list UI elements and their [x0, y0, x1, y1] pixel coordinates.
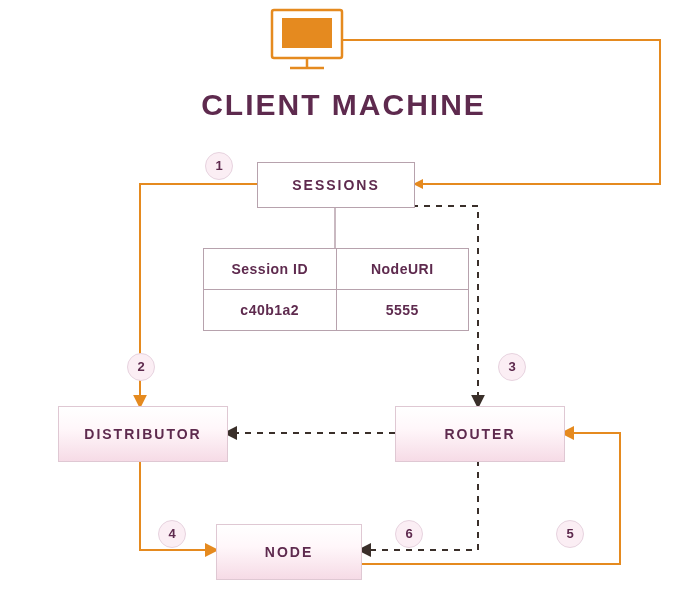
- node-box: NODE: [216, 524, 362, 580]
- step-badge-1: 1: [205, 152, 233, 180]
- client-machine-icon: [272, 10, 342, 68]
- step-badge-3: 3: [498, 353, 526, 381]
- cell-session-id: c40b1a2: [204, 290, 336, 330]
- svg-rect-0: [272, 10, 342, 58]
- step-badge-2: 2: [127, 353, 155, 381]
- router-label: ROUTER: [444, 426, 515, 442]
- diagram-stage: CLIENT MACHINE SESSIONS Session ID NodeU…: [0, 0, 687, 616]
- sessions-label: SESSIONS: [292, 177, 380, 193]
- step-badge-5: 5: [556, 520, 584, 548]
- cell-node-uri: 5555: [336, 290, 469, 330]
- router-box: ROUTER: [395, 406, 565, 462]
- sessions-table: Session ID NodeURI c40b1a2 5555: [203, 248, 469, 331]
- step-badge-4: 4: [158, 520, 186, 548]
- diagram-title: CLIENT MACHINE: [0, 88, 687, 122]
- table-header-row: Session ID NodeURI: [204, 249, 468, 289]
- svg-rect-1: [282, 18, 332, 48]
- node-label: NODE: [265, 544, 313, 560]
- col-header-node-uri: NodeURI: [336, 249, 469, 289]
- sessions-box: SESSIONS: [257, 162, 415, 208]
- distributor-box: DISTRIBUTOR: [58, 406, 228, 462]
- step-badge-6: 6: [395, 520, 423, 548]
- distributor-label: DISTRIBUTOR: [84, 426, 201, 442]
- table-row: c40b1a2 5555: [204, 289, 468, 330]
- col-header-session-id: Session ID: [204, 249, 336, 289]
